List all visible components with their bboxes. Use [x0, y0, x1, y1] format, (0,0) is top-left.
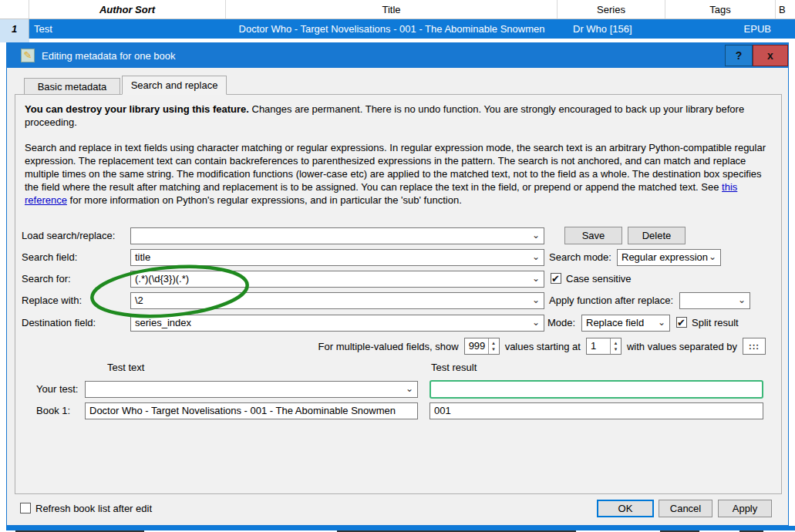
show-values-value: 999: [469, 340, 486, 352]
test-text-header: Test text: [107, 362, 144, 374]
search-for-label: Search for:: [22, 271, 71, 288]
description-paragraph: Search and replace in text fields using …: [25, 141, 770, 207]
spin-down-icon[interactable]: ▾: [615, 346, 618, 352]
chevron-down-icon[interactable]: ⌄: [658, 315, 665, 329]
cell-series[interactable]: Dr Who [156]: [558, 19, 665, 39]
your-test-combo[interactable]: ⌄: [85, 381, 418, 398]
refresh-book-list-checkbox[interactable]: Refresh book list after edit: [20, 500, 152, 517]
replace-with-label: Replace with:: [22, 292, 82, 309]
values-separator-field[interactable]: :::: [743, 338, 766, 355]
start-at-spinner[interactable]: 1▴▾: [586, 338, 622, 355]
book-table-header: Author Sort Title Series Tags B: [0, 0, 795, 19]
delete-button[interactable]: Delete: [628, 227, 686, 244]
mode-label: Mode:: [547, 315, 575, 332]
test-result-header: Test result: [431, 362, 477, 374]
table-row[interactable]: 1 Test Doctor Who - Target Novelisations…: [0, 19, 795, 39]
column-header-series[interactable]: Series: [558, 0, 665, 19]
apply-function-combo[interactable]: ⌄: [679, 292, 750, 309]
book1-test-result[interactable]: 001: [430, 402, 763, 419]
replace-with-combo[interactable]: \2⌄: [130, 292, 544, 309]
checkbox-box[interactable]: [20, 503, 31, 513]
chevron-down-icon[interactable]: ⌄: [738, 293, 746, 307]
check-icon: ✔: [551, 271, 560, 288]
destination-field-value: series_index: [135, 317, 191, 328]
row-number: 1: [0, 19, 29, 39]
start-at-value: 1: [591, 340, 596, 352]
destination-field-combo[interactable]: series_index⌄: [130, 315, 544, 332]
book1-label: Book 1:: [36, 402, 70, 419]
description-part1: Search and replace in text fields using …: [25, 142, 766, 193]
case-sensitive-checkbox[interactable]: ✔Case sensitive: [551, 271, 632, 288]
load-search-replace-combo[interactable]: ⌄: [130, 227, 544, 244]
search-mode-combo[interactable]: Regular expression⌄: [617, 249, 721, 266]
mode-combo[interactable]: Replace field⌄: [581, 315, 670, 332]
cell-title[interactable]: Doctor Who - Target Novelisations - 001 …: [226, 19, 558, 39]
help-button[interactable]: ?: [725, 45, 753, 66]
spin-down-icon[interactable]: ▾: [492, 346, 495, 352]
search-mode-value: Regular expression: [622, 251, 708, 263]
chevron-down-icon[interactable]: ⌄: [532, 293, 540, 307]
dialog-titlebar[interactable]: ✎ Editing metadata for one book ? x: [7, 43, 788, 68]
multi-text-1: For multiple-valued fields, show: [318, 341, 459, 352]
search-for-value: (.*)(\d{3})(.*): [135, 273, 189, 285]
spin-up-icon[interactable]: ▴: [492, 340, 495, 346]
dialog-title: Editing metadata for one book: [42, 50, 175, 62]
cell-empty: [776, 19, 795, 39]
column-header-tags[interactable]: Tags: [665, 0, 776, 19]
case-sensitive-label: Case sensitive: [566, 273, 632, 285]
apply-function-label: Apply function after replace:: [549, 292, 673, 309]
column-header-rownum[interactable]: [0, 0, 29, 19]
search-replace-panel: You can destroy your library using this …: [15, 94, 782, 494]
cell-author-sort[interactable]: Test: [29, 19, 226, 39]
column-header-author-sort[interactable]: Author Sort: [29, 0, 226, 19]
search-mode-label: Search mode:: [549, 249, 611, 266]
check-icon: ✔: [677, 315, 686, 332]
cancel-button[interactable]: Cancel: [659, 500, 712, 517]
your-test-result-field[interactable]: [430, 380, 763, 399]
your-test-label: Your test:: [36, 381, 78, 398]
cell-format[interactable]: EPUB: [665, 19, 776, 39]
pencil-icon: ✎: [21, 49, 35, 62]
show-values-spinner[interactable]: 999▴▾: [464, 338, 500, 355]
load-search-replace-label: Load search/replace:: [22, 227, 115, 244]
split-result-checkbox[interactable]: ✔Split result: [676, 315, 739, 332]
search-field-label: Search field:: [22, 249, 77, 266]
spinner-arrows[interactable]: ▴▾: [488, 338, 499, 354]
tab-basic-metadata[interactable]: Basic metadata: [24, 78, 120, 95]
tab-search-and-replace[interactable]: Search and replace: [122, 76, 227, 95]
ok-button[interactable]: OK: [597, 500, 654, 517]
column-header-title[interactable]: Title: [226, 0, 558, 19]
intro-text: You can destroy your library using this …: [15, 95, 781, 207]
chevron-down-icon[interactable]: ⌄: [532, 271, 540, 285]
multi-text-2: values starting at: [505, 341, 581, 352]
description-part2: for more information on Python's regular…: [67, 194, 462, 206]
chevron-down-icon[interactable]: ⌄: [406, 382, 413, 396]
close-button[interactable]: x: [753, 45, 788, 66]
warning-paragraph: You can destroy your library using this …: [25, 103, 770, 129]
multi-text-3: with values separated by: [627, 341, 737, 352]
save-button[interactable]: Save: [564, 227, 622, 244]
chevron-down-icon[interactable]: ⌄: [532, 228, 540, 242]
refresh-book-list-label: Refresh book list after edit: [35, 503, 152, 514]
chevron-down-icon[interactable]: ⌄: [532, 250, 540, 264]
destination-field-label: Destination field:: [22, 315, 96, 332]
screen: Author Sort Title Series Tags B 1 Test D…: [0, 0, 795, 532]
search-for-combo[interactable]: (.*)(\d{3})(.*)⌄: [130, 271, 544, 288]
multiple-valued-row: For multiple-valued fields, show 999▴▾ v…: [318, 337, 766, 355]
mode-value: Replace field: [586, 317, 644, 328]
search-field-value: title: [135, 251, 150, 263]
checkbox-box[interactable]: ✔: [676, 317, 687, 328]
book1-test-text[interactable]: Doctor Who - Target Novelisations - 001 …: [85, 402, 418, 419]
edit-metadata-dialog: ✎ Editing metadata for one book ? x Basi…: [6, 42, 789, 526]
apply-button[interactable]: Apply: [718, 500, 772, 517]
chevron-down-icon[interactable]: ⌄: [532, 315, 540, 329]
split-result-label: Split result: [692, 317, 739, 328]
checkbox-box[interactable]: ✔: [551, 273, 561, 284]
search-field-combo[interactable]: title⌄: [130, 249, 544, 266]
chevron-down-icon[interactable]: ⌄: [709, 250, 716, 264]
spinner-arrows[interactable]: ▴▾: [610, 338, 621, 354]
spin-up-icon[interactable]: ▴: [615, 340, 618, 346]
column-header-partial[interactable]: B: [776, 0, 795, 19]
warning-bold-text: You can destroy your library using this …: [25, 103, 249, 115]
replace-with-value: \2: [135, 295, 143, 306]
